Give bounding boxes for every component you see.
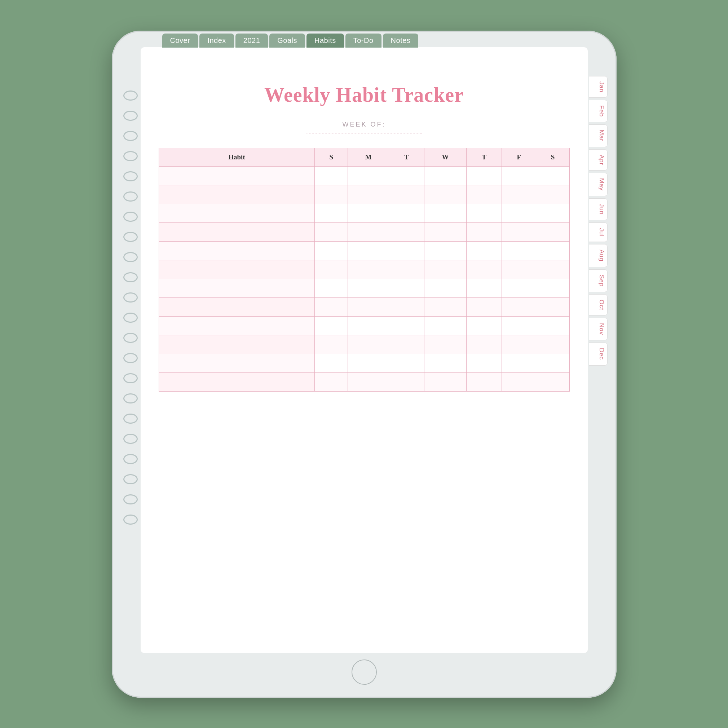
table-row [159,260,569,279]
tablet: Cover Index 2021 Goals Habits To-Do Note… [112,31,616,698]
home-button[interactable] [352,659,377,685]
tab-mar[interactable]: Mar [589,124,607,147]
table-row [159,316,569,335]
col-header-m: M [348,148,389,166]
tab-cover[interactable]: Cover [162,34,198,47]
col-header-f: F [502,148,536,166]
table-row [159,185,569,204]
tab-sep[interactable]: Sep [589,269,607,292]
tab-jul[interactable]: Jul [589,222,607,242]
tab-2021[interactable]: 2021 [236,34,268,47]
right-tabs: Jan Feb Mar Apr May Jun Jul Aug Sep Oct … [589,76,607,366]
tab-habits[interactable]: Habits [306,34,344,47]
habit-tracker-table: Habit S M T W T F S [159,148,570,392]
week-of-label: WEEK OF: [342,121,385,128]
spiral-binding [123,90,138,525]
table-row [159,354,569,372]
tab-goals[interactable]: Goals [269,34,305,47]
table-row [159,297,569,316]
top-tabs: Cover Index 2021 Goals Habits To-Do Note… [162,34,419,47]
table-row [159,372,569,391]
tab-notes[interactable]: Notes [383,34,419,47]
col-header-s2: S [536,148,569,166]
tab-index[interactable]: Index [199,34,234,47]
notebook-page: Weekly Habit Tracker WEEK OF: Habit S M … [141,47,588,653]
tab-dec[interactable]: Dec [589,343,607,365]
tab-apr[interactable]: Apr [589,149,607,171]
col-header-t2: T [466,148,502,166]
table-row [159,279,569,297]
tab-feb[interactable]: Feb [589,100,607,122]
col-header-s1: S [315,148,348,166]
tab-jan[interactable]: Jan [589,76,607,98]
tab-todo[interactable]: To-Do [346,34,381,47]
table-row [159,241,569,260]
col-header-habit: Habit [159,148,315,166]
tab-aug[interactable]: Aug [589,244,607,267]
table-row [159,335,569,354]
page-title: Weekly Habit Tracker [264,83,464,106]
table-row [159,222,569,241]
tab-nov[interactable]: Nov [589,318,607,340]
tab-oct[interactable]: Oct [589,294,607,315]
table-row [159,166,569,185]
tablet-screen: Cover Index 2021 Goals Habits To-Do Note… [141,47,588,653]
tab-may[interactable]: May [589,173,607,196]
col-header-t1: T [389,148,424,166]
tab-jun[interactable]: Jun [589,198,607,220]
dotted-line-divider [306,133,422,133]
col-header-w: W [424,148,466,166]
table-row [159,204,569,222]
